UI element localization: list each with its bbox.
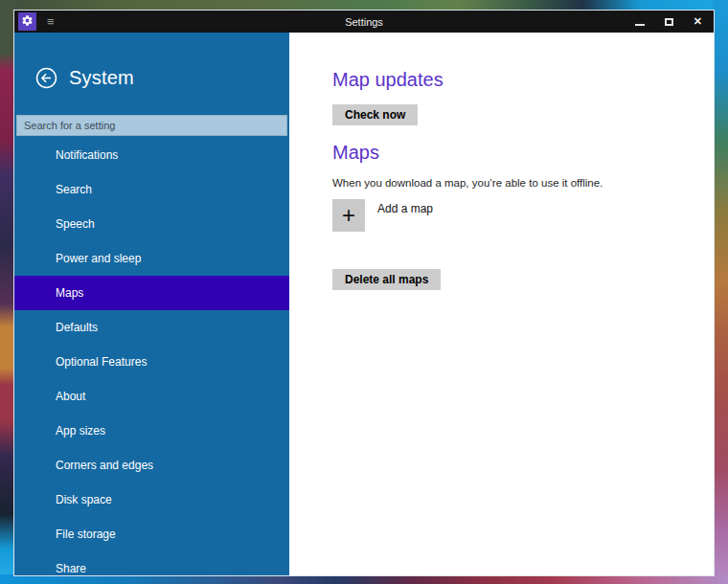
add-map-tile[interactable]: + bbox=[332, 199, 365, 232]
sidebar-item-label: Search bbox=[56, 183, 92, 196]
sidebar-header: System bbox=[35, 66, 289, 89]
sidebar-item-label: About bbox=[56, 390, 85, 403]
sidebar-item-search[interactable]: Search bbox=[14, 172, 289, 207]
minimize-button[interactable] bbox=[635, 24, 645, 26]
sidebar-item-file-storage[interactable]: File storage bbox=[14, 517, 289, 551]
sidebar-item-label: Notifications bbox=[56, 148, 118, 162]
sidebar: System Notifications Search Speech Power… bbox=[14, 33, 289, 575]
delete-all-maps-button[interactable]: Delete all maps bbox=[332, 269, 441, 290]
close-button[interactable]: ✕ bbox=[694, 16, 702, 27]
plus-icon: + bbox=[342, 204, 355, 227]
window-title: Settings bbox=[14, 16, 714, 28]
sidebar-item-about[interactable]: About bbox=[14, 379, 289, 414]
sidebar-nav: Notifications Search Speech Power and sl… bbox=[14, 138, 289, 575]
sidebar-item-label: Optional Features bbox=[56, 355, 147, 369]
sidebar-item-share[interactable]: Share bbox=[14, 551, 289, 575]
sidebar-item-notifications[interactable]: Notifications bbox=[14, 138, 289, 172]
maps-heading: Maps bbox=[332, 142, 694, 164]
sidebar-item-label: Maps bbox=[56, 286, 83, 300]
sidebar-item-label: Speech bbox=[56, 217, 95, 231]
sidebar-item-app-sizes[interactable]: App sizes bbox=[14, 414, 289, 448]
map-updates-heading: Map updates bbox=[332, 69, 694, 91]
titlebar[interactable]: ≡ Settings ✕ bbox=[14, 11, 714, 33]
maximize-button[interactable] bbox=[665, 18, 673, 26]
sidebar-item-corners-and-edges[interactable]: Corners and edges bbox=[14, 448, 289, 483]
sidebar-item-power-and-sleep[interactable]: Power and sleep bbox=[14, 241, 289, 276]
sidebar-item-defaults[interactable]: Defaults bbox=[14, 310, 289, 345]
sidebar-item-speech[interactable]: Speech bbox=[14, 207, 289, 241]
back-button[interactable] bbox=[35, 67, 57, 89]
settings-window: ≡ Settings ✕ System bbox=[13, 10, 715, 576]
back-arrow-icon bbox=[35, 67, 57, 89]
sidebar-item-label: Disk space bbox=[56, 493, 112, 506]
content-pane: Map updates Check now Maps When you down… bbox=[289, 33, 714, 575]
add-map-label: Add a map bbox=[377, 202, 433, 232]
sidebar-item-maps[interactable]: Maps bbox=[14, 276, 289, 310]
sidebar-item-label: App sizes bbox=[56, 424, 105, 438]
wallpaper-right-strip bbox=[713, 0, 728, 584]
page-title: System bbox=[69, 67, 134, 89]
search-input[interactable] bbox=[16, 115, 287, 136]
sidebar-item-optional-features[interactable]: Optional Features bbox=[14, 345, 289, 379]
sidebar-item-label: Power and sleep bbox=[56, 252, 141, 265]
sidebar-item-label: Share bbox=[56, 562, 86, 575]
check-now-button[interactable]: Check now bbox=[332, 104, 418, 125]
sidebar-item-label: File storage bbox=[56, 528, 116, 541]
sidebar-item-label: Defaults bbox=[56, 321, 98, 334]
sidebar-item-label: Corners and edges bbox=[56, 459, 153, 472]
sidebar-item-disk-space[interactable]: Disk space bbox=[14, 483, 289, 517]
add-map-row[interactable]: + Add a map bbox=[332, 199, 694, 232]
maps-description: When you download a map, you’re able to … bbox=[332, 177, 694, 189]
